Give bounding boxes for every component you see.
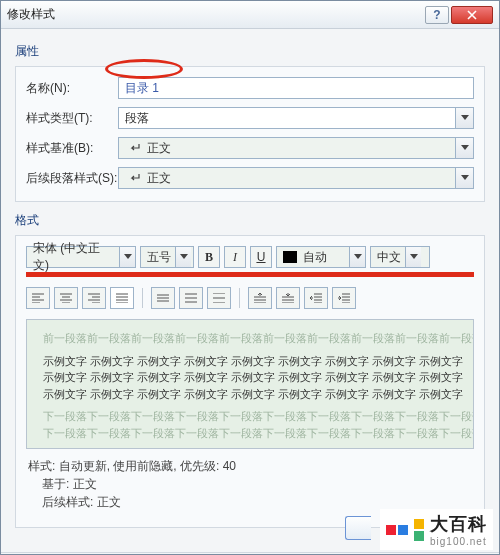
language-value: 中文 (377, 249, 401, 266)
style-type-select[interactable]: 段落 (118, 107, 474, 129)
chevron-down-icon (119, 247, 135, 267)
style-type-value: 段落 (125, 110, 149, 127)
font-size-select[interactable]: 五号 (140, 246, 194, 268)
chevron-down-icon (405, 247, 421, 267)
preview-sample-line: 示例文字 示例文字 示例文字 示例文字 示例文字 示例文字 示例文字 示例文字 … (43, 386, 457, 403)
spacing-icon (254, 293, 266, 303)
watermark: 大百科 big100.net (380, 509, 493, 550)
language-select[interactable]: 中文 (370, 246, 430, 268)
preview-sample-line: 示例文字 示例文字 示例文字 示例文字 示例文字 示例文字 示例文字 示例文字 … (43, 369, 457, 386)
modify-style-dialog: 修改样式 ? 属性 名称(N): 样式类型(T): 段落 (0, 0, 500, 555)
section-format-label: 格式 (15, 212, 485, 229)
chevron-down-icon (455, 138, 473, 158)
watermark-logo-icon (386, 525, 408, 535)
chevron-down-icon (455, 168, 473, 188)
font-size-value: 五号 (147, 249, 171, 266)
preview-next-para: 下一段落下一段落下一段落下一段落下一段落下一段落下一段落下一段落下一段落下一段落 (43, 408, 457, 425)
font-toolbar: 宋体 (中文正文) 五号 B I U 自动 中文 (26, 246, 474, 268)
underline-button[interactable]: U (250, 246, 272, 268)
align-center-button[interactable] (54, 287, 78, 309)
content-area: 属性 名称(N): 样式类型(T): 段落 样式基准(B): 正文 (1, 29, 499, 546)
watermark-logo-icon (414, 519, 424, 541)
preview-prev-para: 前一段落前一段落前一段落前一段落前一段落前一段落前一段落前一段落前一段落前一段落 (43, 330, 457, 347)
properties-group: 名称(N): 样式类型(T): 段落 样式基准(B): 正文 (15, 66, 485, 202)
indent-inc-icon (338, 293, 350, 303)
line-spacing-icon (185, 293, 197, 303)
titlebar-buttons: ? (425, 6, 493, 24)
font-color-value: 自动 (303, 249, 327, 266)
paragraph-toolbar (26, 287, 474, 309)
color-swatch-icon (283, 251, 297, 263)
preview-next-para: 下一段落下一段落下一段落下一段落下一段落下一段落下一段落下一段落下一段落下一段落 (43, 425, 457, 442)
help-button[interactable]: ? (425, 6, 449, 24)
watermark-text: 大百科 big100.net (430, 512, 487, 547)
font-select[interactable]: 宋体 (中文正文) (26, 246, 136, 268)
chevron-down-icon (175, 247, 191, 267)
line-spacing-icon (157, 293, 169, 303)
paragraph-return-icon (129, 143, 141, 153)
style-base-value: 正文 (147, 140, 171, 157)
indent-dec-icon (310, 293, 322, 303)
align-left-button[interactable] (26, 287, 50, 309)
space-before-inc-button[interactable] (248, 287, 272, 309)
separator (1, 552, 499, 553)
spacing-icon (282, 293, 294, 303)
name-label: 名称(N): (26, 80, 118, 97)
titlebar: 修改样式 ? (1, 1, 499, 29)
style-type-label: 样式类型(T): (26, 110, 118, 127)
desc-line: 基于: 正文 (28, 475, 472, 493)
align-center-icon (60, 293, 72, 303)
align-justify-icon (116, 293, 128, 303)
follow-style-select[interactable]: 正文 (118, 167, 474, 189)
ok-button-partial[interactable] (345, 516, 371, 540)
italic-button[interactable]: I (224, 246, 246, 268)
align-justify-button[interactable] (110, 287, 134, 309)
align-right-icon (88, 293, 100, 303)
watermark-site: big100.net (430, 536, 487, 547)
bold-button[interactable]: B (198, 246, 220, 268)
close-button[interactable] (451, 6, 493, 24)
section-properties-label: 属性 (15, 43, 485, 60)
style-base-select[interactable]: 正文 (118, 137, 474, 159)
separator (142, 288, 143, 308)
follow-style-label: 后续段落样式(S): (26, 170, 118, 187)
chevron-down-icon (455, 108, 473, 128)
align-left-icon (32, 293, 44, 303)
font-value: 宋体 (中文正文) (33, 240, 115, 274)
line-spacing-icon (213, 293, 225, 303)
name-input[interactable] (118, 77, 474, 99)
align-right-button[interactable] (82, 287, 106, 309)
preview-sample-line: 示例文字 示例文字 示例文字 示例文字 示例文字 示例文字 示例文字 示例文字 … (43, 353, 457, 370)
format-group: 宋体 (中文正文) 五号 B I U 自动 中文 (15, 235, 485, 528)
close-icon (467, 10, 477, 20)
desc-line: 样式: 自动更新, 使用前隐藏, 优先级: 40 (28, 457, 472, 475)
style-description: 样式: 自动更新, 使用前隐藏, 优先级: 40 基于: 正文 后续样式: 正文 (28, 457, 472, 511)
follow-style-value: 正文 (147, 170, 171, 187)
paragraph-return-icon (129, 173, 141, 183)
dialog-title: 修改样式 (7, 6, 55, 23)
font-color-select[interactable]: 自动 (276, 246, 366, 268)
space-before-dec-button[interactable] (276, 287, 300, 309)
style-base-label: 样式基准(B): (26, 140, 118, 157)
indent-increase-button[interactable] (332, 287, 356, 309)
chevron-down-icon (349, 247, 365, 267)
line-spacing-1-button[interactable] (151, 287, 175, 309)
indent-decrease-button[interactable] (304, 287, 328, 309)
line-spacing-2-button[interactable] (179, 287, 203, 309)
line-spacing-3-button[interactable] (207, 287, 231, 309)
separator (239, 288, 240, 308)
preview-pane: 前一段落前一段落前一段落前一段落前一段落前一段落前一段落前一段落前一段落前一段落… (26, 319, 474, 449)
watermark-brand: 大百科 (430, 512, 487, 536)
